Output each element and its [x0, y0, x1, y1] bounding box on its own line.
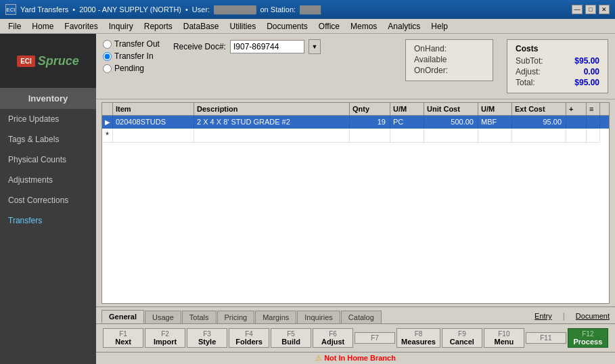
- app-title: Yard Transfers: [20, 5, 68, 14]
- menu-favorites[interactable]: Favorites: [59, 20, 103, 32]
- radio-transfer-out[interactable]: Transfer Out: [103, 39, 160, 49]
- new-row-col10: [587, 129, 600, 143]
- menu-home[interactable]: Home: [26, 20, 59, 32]
- tab-margins[interactable]: Margins: [255, 311, 296, 323]
- menu-inquiry[interactable]: Inquiry: [104, 20, 139, 32]
- sidebar-item-adjustments[interactable]: Adjustments: [0, 170, 96, 190]
- tabs-area: General Usage Totals Pricing Margins Inq…: [96, 306, 615, 323]
- sidebar-header: Inventory: [0, 88, 96, 109]
- available-row: Available: [414, 55, 484, 64]
- spruce-logo: Spruce: [38, 54, 79, 68]
- total-row: Total: $95.00: [516, 78, 599, 87]
- available-label: Available: [414, 55, 447, 64]
- doc-dropdown-button[interactable]: ▼: [309, 39, 321, 54]
- company-name: 2000 - ANY SUPPLY (NORTH): [79, 5, 181, 14]
- tab-general[interactable]: General: [101, 310, 144, 323]
- pending-label: Pending: [114, 64, 144, 73]
- transfer-out-radio[interactable]: [103, 40, 112, 49]
- sidebar-item-physical-counts[interactable]: Physical Counts: [0, 150, 96, 170]
- fkey-f12[interactable]: F12 Process: [568, 328, 608, 348]
- transfer-out-label: Transfer Out: [114, 39, 160, 49]
- content-area: Transfer Out Transfer In Pending Receive…: [96, 34, 615, 364]
- fkey-f8[interactable]: F8 Measures: [396, 328, 440, 348]
- menu-reports[interactable]: Reports: [139, 20, 178, 32]
- new-row-item[interactable]: [113, 129, 194, 143]
- menu-analytics[interactable]: Analytics: [382, 20, 426, 32]
- document-link[interactable]: Document: [576, 312, 610, 320]
- new-row-desc: [194, 129, 350, 143]
- doc-label: Receive Doc#:: [173, 42, 226, 51]
- menu-office[interactable]: Office: [313, 20, 345, 32]
- fkey-f3[interactable]: F3 Style: [187, 328, 227, 348]
- pending-radio[interactable]: [103, 64, 112, 73]
- new-row-um2: [478, 129, 512, 143]
- menu-memos[interactable]: Memos: [345, 20, 382, 32]
- sidebar-item-price-updates[interactable]: Price Updates: [0, 109, 96, 129]
- tab-usage[interactable]: Usage: [145, 311, 181, 323]
- fkey-f11[interactable]: F11: [526, 332, 566, 344]
- fkey-f1[interactable]: F1 Next: [103, 328, 143, 348]
- onorder-row: OnOrder:: [414, 66, 484, 75]
- col-qnty: Qnty: [350, 103, 390, 115]
- warning-icon: ⚠: [315, 354, 322, 362]
- entry-link[interactable]: Entry: [534, 312, 552, 320]
- warning-text: Not In Home Branch: [324, 354, 396, 362]
- adjust-value: 0.00: [584, 67, 599, 76]
- row-ext-cost: 95.00: [512, 116, 566, 129]
- subtot-row: SubTot: $95.00: [516, 56, 599, 66]
- row-um: PC: [390, 116, 424, 129]
- menu-utilities[interactable]: Utilities: [224, 20, 261, 32]
- doc-area: Receive Doc#: ▼: [173, 39, 321, 54]
- new-row-ucost: [424, 129, 478, 143]
- table-row[interactable]: ▶ 020408STUDS 2 X 4 X 8' STUD GRADE #2 1…: [102, 116, 609, 129]
- subtot-label: SubTot:: [516, 56, 543, 66]
- radio-pending[interactable]: Pending: [103, 64, 160, 73]
- tab-catalog[interactable]: Catalog: [341, 311, 382, 323]
- menu-help[interactable]: Help: [426, 20, 453, 32]
- maximize-button[interactable]: □: [585, 5, 596, 14]
- tab-pricing[interactable]: Pricing: [217, 311, 255, 323]
- onhand-row: OnHand:: [414, 44, 484, 53]
- tab-totals[interactable]: Totals: [182, 311, 217, 323]
- title-bar-controls[interactable]: — □ ✕: [572, 5, 610, 14]
- user-value: ████████: [214, 5, 256, 14]
- col-menu[interactable]: ≡: [587, 103, 600, 115]
- sidebar-item-tags-labels[interactable]: Tags & Labels: [0, 129, 96, 150]
- tab-inquiries[interactable]: Inquiries: [297, 311, 340, 323]
- col-item: Item: [113, 103, 194, 115]
- costs-title: Costs: [516, 44, 599, 53]
- menu-database[interactable]: DataBase: [178, 20, 225, 32]
- row-unit-cost: 500.00: [424, 116, 478, 129]
- fkey-f9[interactable]: F9 Cancel: [442, 328, 482, 348]
- fkey-f10[interactable]: F10 Menu: [484, 328, 524, 348]
- status-bar: ⚠ Not In Home Branch: [96, 352, 615, 364]
- radio-transfer-in[interactable]: Transfer In: [103, 51, 160, 61]
- row-item: 020408STUDS: [113, 116, 194, 129]
- col-ext-cost: Ext Cost: [512, 103, 566, 115]
- title-bar: ECI Yard Transfers • 2000 - ANY SUPPLY (…: [0, 0, 615, 19]
- total-value: $95.00: [574, 78, 599, 87]
- sidebar-item-transfers[interactable]: Transfers: [0, 210, 96, 231]
- new-row-star: *: [102, 129, 113, 143]
- fkey-f4[interactable]: F4 Folders: [229, 328, 269, 348]
- fkey-f5[interactable]: F5 Build: [271, 328, 311, 348]
- close-button[interactable]: ✕: [599, 5, 610, 14]
- transfer-in-radio[interactable]: [103, 52, 112, 61]
- fkey-f6[interactable]: F6 Adjust: [313, 328, 353, 348]
- menu-documents[interactable]: Documents: [261, 20, 313, 32]
- doc-input[interactable]: [230, 40, 304, 53]
- grid-body: ▶ 020408STUDS 2 X 4 X 8' STUD GRADE #2 1…: [102, 116, 609, 143]
- subtot-value: $95.00: [574, 56, 599, 66]
- minimize-button[interactable]: —: [572, 5, 583, 14]
- new-row-plus: [566, 129, 587, 143]
- new-row-ext: [512, 129, 566, 143]
- user-label: User:: [192, 5, 210, 14]
- sidebar-item-cost-corrections[interactable]: Cost Corrections: [0, 190, 96, 210]
- fkey-f2[interactable]: F2 Import: [145, 328, 185, 348]
- main-area: ECI Spruce Inventory Price Updates Tags …: [0, 34, 615, 364]
- new-row[interactable]: *: [102, 129, 609, 143]
- col-arrow: [102, 103, 113, 115]
- fkey-f7[interactable]: F7: [355, 332, 395, 344]
- onhand-label: OnHand:: [414, 44, 447, 53]
- menu-file[interactable]: File: [3, 20, 26, 32]
